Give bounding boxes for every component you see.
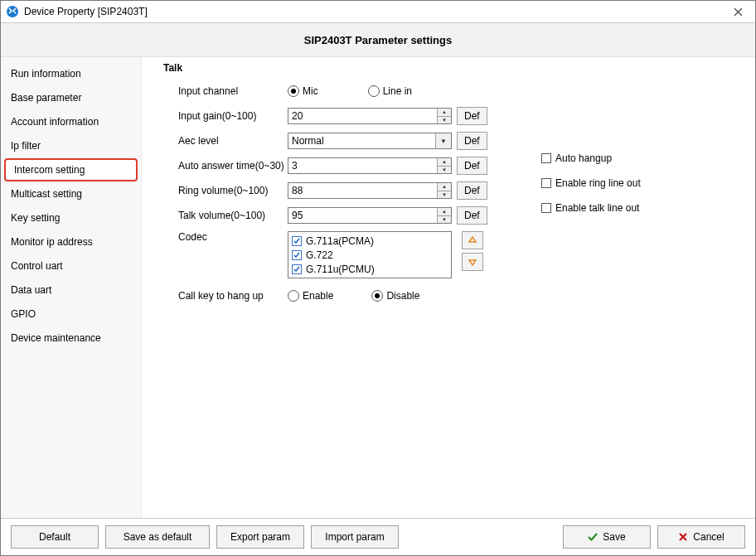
talk-volume-field[interactable] <box>288 208 437 223</box>
ring-volume-field[interactable] <box>288 183 437 198</box>
input-gain-field[interactable] <box>288 109 437 123</box>
label-input-gain: Input gain(0~100) <box>163 110 288 122</box>
export-param-button[interactable]: Export param <box>216 525 304 549</box>
radio-unselected-icon <box>288 290 299 302</box>
ring-volume-spinner[interactable]: ▲▼ <box>288 182 452 199</box>
close-button[interactable] <box>720 1 755 22</box>
right-option-group: Auto hangup <box>541 146 612 171</box>
footer: Default Save as default Export param Imp… <box>1 518 755 555</box>
sidebar-item-device-maintenance[interactable]: Device maintenance <box>1 326 141 350</box>
sidebar-item-data-uart[interactable]: Data uart <box>1 278 141 302</box>
sidebar-item-label: Intercom setting <box>14 164 85 176</box>
sidebar-item-label: Account information <box>11 116 99 128</box>
input-gain-spinner[interactable]: ▲▼ <box>288 108 452 124</box>
aec-level-combobox[interactable]: ▼ <box>288 133 452 149</box>
sidebar-item-label: Key setting <box>11 212 60 224</box>
radio-label: Mic <box>303 85 318 97</box>
sidebar-item-label: Data uart <box>11 284 51 296</box>
radio-label: Disable <box>386 290 419 302</box>
talk-volume-spinner[interactable]: ▲▼ <box>288 207 452 224</box>
checkbox-icon <box>292 250 302 260</box>
right-option-group: Enable ring line out <box>541 171 641 196</box>
spin-up-icon[interactable]: ▲ <box>438 183 451 191</box>
page-header: SIP2403T Parameter settings <box>1 23 755 57</box>
spin-up-icon[interactable]: ▲ <box>438 208 451 216</box>
import-param-button[interactable]: Import param <box>311 525 399 549</box>
save-button[interactable]: Save <box>563 525 651 549</box>
checkbox-enable-talk-line-out[interactable]: Enable talk line out <box>541 196 639 220</box>
radio-call-key-enable[interactable]: Enable <box>288 290 333 302</box>
sidebar-item-label: Monitor ip address <box>11 236 93 248</box>
spin-buttons[interactable]: ▲▼ <box>437 183 451 198</box>
def-button-ring-volume[interactable]: Def <box>457 181 487 200</box>
section-title: Talk <box>163 62 744 74</box>
radio-input-channel-linein[interactable]: Line in <box>368 85 412 97</box>
sidebar-item-control-uart[interactable]: Control uart <box>1 254 141 278</box>
label-aec-level: Aec level <box>163 135 288 147</box>
label-ring-volume: Ring volume(0~100) <box>163 185 288 196</box>
spin-up-icon[interactable]: ▲ <box>438 158 451 167</box>
radio-label: Enable <box>303 290 333 302</box>
codec-move-down-button[interactable] <box>462 253 483 271</box>
auto-answer-time-spinner[interactable]: ▲▼ <box>288 157 452 174</box>
checkbox-label: Auto hangup <box>555 152 612 164</box>
radio-input-channel-mic[interactable]: Mic <box>288 85 318 97</box>
codec-listbox[interactable]: G.711a(PCMA) G.722 G.711u(PCMU) <box>288 231 452 278</box>
page-title: SIP2403T Parameter settings <box>304 34 452 46</box>
default-button[interactable]: Default <box>11 525 99 549</box>
codec-item[interactable]: G.711u(PCMU) <box>288 262 451 276</box>
sidebar-item-intercom-setting[interactable]: Intercom setting <box>4 158 138 181</box>
label-call-key-hangup: Call key to hang up <box>163 290 288 302</box>
button-label: Default <box>39 531 70 543</box>
label-codec: Codec <box>163 231 288 243</box>
codec-item[interactable]: G.722 <box>288 248 451 262</box>
sidebar-item-monitor-ip-address[interactable]: Monitor ip address <box>1 230 141 254</box>
row-talk-volume: Talk volume(0~100) ▲▼ Def Enable talk li… <box>163 203 744 228</box>
save-as-default-button[interactable]: Save as default <box>105 525 210 549</box>
chevron-down-icon[interactable]: ▼ <box>435 133 451 148</box>
checkbox-icon <box>292 264 302 274</box>
button-label: Save as default <box>124 531 192 543</box>
sidebar-item-account-information[interactable]: Account information <box>1 110 141 133</box>
spin-up-icon[interactable]: ▲ <box>438 109 451 117</box>
auto-answer-time-field[interactable] <box>288 158 437 173</box>
spin-down-icon[interactable]: ▼ <box>438 167 451 174</box>
sidebar-item-label: Multicast setting <box>11 188 82 200</box>
sidebar-item-ip-filter[interactable]: Ip filter <box>1 134 141 157</box>
aec-level-field[interactable] <box>288 133 435 148</box>
spin-buttons[interactable]: ▲▼ <box>437 208 451 223</box>
cancel-button[interactable]: Cancel <box>657 525 745 549</box>
spin-buttons[interactable]: ▲▼ <box>437 109 451 123</box>
row-input-channel: Input channel Mic Line in <box>163 79 744 104</box>
def-button-auto-answer-time[interactable]: Def <box>457 157 487 175</box>
sidebar-item-gpio[interactable]: GPIO <box>1 302 141 326</box>
checkbox-auto-hangup[interactable]: Auto hangup <box>541 146 612 171</box>
spin-buttons[interactable]: ▲▼ <box>437 158 451 173</box>
sidebar-item-label: Base parameter <box>11 92 81 104</box>
radio-call-key-disable[interactable]: Disable <box>371 290 419 302</box>
def-button-talk-volume[interactable]: Def <box>457 206 487 225</box>
spin-down-icon[interactable]: ▼ <box>438 117 451 124</box>
radio-selected-icon <box>288 85 299 97</box>
row-input-gain: Input gain(0~100) ▲▼ Def <box>163 104 744 128</box>
button-label: Save <box>603 531 625 543</box>
sidebar-item-run-information[interactable]: Run information <box>1 62 141 85</box>
sidebar-item-label: Ip filter <box>11 140 41 152</box>
def-button-aec-level[interactable]: Def <box>457 132 487 150</box>
row-call-key-hangup: Call key to hang up Enable Disable <box>163 283 744 308</box>
sidebar-item-base-parameter[interactable]: Base parameter <box>1 86 141 109</box>
sidebar-item-multicast-setting[interactable]: Multicast setting <box>1 182 141 205</box>
titlebar: Device Property [SIP2403T] <box>1 1 755 23</box>
codec-item[interactable]: G.711a(PCMA) <box>288 234 451 248</box>
def-button-input-gain[interactable]: Def <box>457 107 487 125</box>
codec-item-label: G.711a(PCMA) <box>306 235 374 247</box>
sidebar-item-key-setting[interactable]: Key setting <box>1 206 141 230</box>
spin-down-icon[interactable]: ▼ <box>438 216 451 224</box>
sidebar: Run information Base parameter Account i… <box>1 57 142 518</box>
radio-selected-icon <box>371 290 383 302</box>
checkbox-icon <box>541 203 551 213</box>
checkbox-enable-ring-line-out[interactable]: Enable ring line out <box>541 171 641 196</box>
codec-move-up-button[interactable] <box>462 231 483 249</box>
right-option-group: Enable talk line out <box>541 196 639 220</box>
spin-down-icon[interactable]: ▼ <box>438 191 451 199</box>
